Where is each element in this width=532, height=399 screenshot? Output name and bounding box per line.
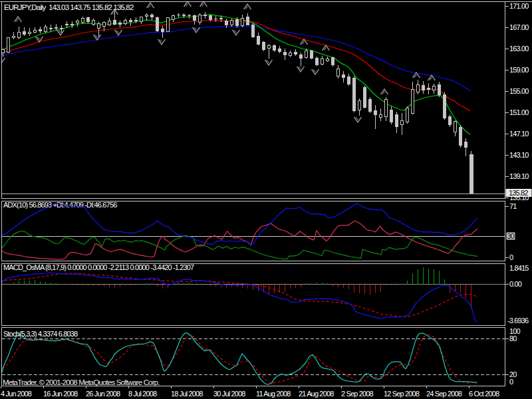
svg-text:135.82: 135.82: [509, 189, 528, 197]
svg-text:11 Aug 2008: 11 Aug 2008: [256, 390, 291, 398]
svg-text:Stoch(5,3,3) 4.3374 6.8038: Stoch(5,3,3) 4.3374 6.8038: [3, 330, 78, 338]
svg-text:143.10: 143.10: [509, 151, 529, 159]
svg-text:30 Jul 2008: 30 Jul 2008: [213, 390, 245, 398]
svg-text:80: 80: [509, 334, 517, 342]
svg-text:-3.6936: -3.6936: [507, 317, 529, 325]
svg-text:147.10: 147.10: [509, 130, 529, 138]
svg-text:12 Sep 2008: 12 Sep 2008: [384, 390, 420, 398]
svg-text:EURJPY,Daily 143.03 143.75 13: EURJPY,Daily 143.03 143.75 135.82 135.82: [4, 3, 134, 11]
svg-text:18 Jul 2008: 18 Jul 2008: [171, 390, 203, 398]
svg-text:26 Jun 2008: 26 Jun 2008: [86, 390, 120, 398]
svg-text:30: 30: [507, 232, 515, 240]
svg-text:1.8415: 1.8415: [509, 264, 529, 272]
svg-text:MetaTrader, © 2001-2008 MetaQu: MetaTrader, © 2001-2008 MetaQuotes Softw…: [3, 378, 160, 386]
svg-text:21 Aug 2008: 21 Aug 2008: [299, 390, 334, 398]
svg-text:159.00: 159.00: [509, 66, 529, 74]
svg-text:24 Sep 2008: 24 Sep 2008: [426, 390, 462, 398]
svg-text:171.00: 171.00: [509, 2, 529, 10]
svg-text:0.00: 0.00: [509, 280, 522, 288]
svg-text:151.00: 151.00: [509, 108, 529, 116]
svg-text:155.00: 155.00: [509, 87, 529, 95]
svg-text:4 Jun 2008: 4 Jun 2008: [1, 390, 32, 398]
svg-text:167.00: 167.00: [509, 23, 529, 31]
svg-text:163.00: 163.00: [509, 45, 529, 53]
svg-text:0: 0: [509, 253, 513, 261]
svg-text:71: 71: [509, 202, 517, 210]
svg-text:2 Sep 2008: 2 Sep 2008: [341, 390, 374, 398]
svg-text:0: 0: [509, 378, 513, 386]
svg-text:MACD_OsMA (8,17,9) 0.0000 0.00: MACD_OsMA (8,17,9) 0.0000 0.0000 -2.2113…: [3, 263, 194, 271]
svg-text:8 Jul 2008: 8 Jul 2008: [128, 390, 157, 398]
svg-text:139.10: 139.10: [509, 172, 529, 180]
svg-text:16 Jun 2008: 16 Jun 2008: [43, 390, 78, 398]
svg-text:6 Oct 2008: 6 Oct 2008: [469, 390, 499, 398]
